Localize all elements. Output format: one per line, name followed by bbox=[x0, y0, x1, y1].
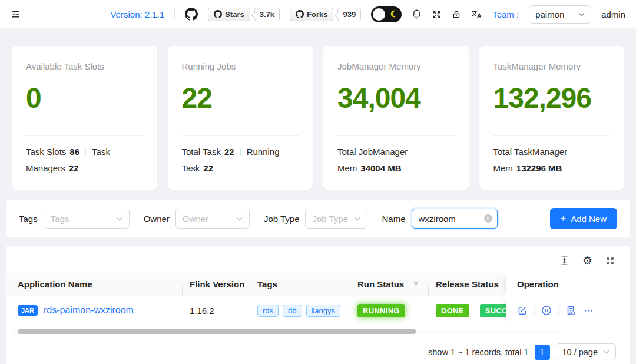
application-link[interactable]: rds-paimon-wxziroom bbox=[44, 305, 134, 316]
horizontal-scrollbar bbox=[12, 329, 559, 334]
edit-icon[interactable] bbox=[517, 305, 528, 316]
run-status-cell: RUNNING bbox=[350, 304, 429, 317]
operation-cell bbox=[506, 296, 630, 325]
github-icon[interactable] bbox=[185, 8, 198, 21]
version-label[interactable]: Version: 2.1.1 bbox=[110, 9, 164, 19]
stat-footer-value: 22 bbox=[224, 147, 234, 157]
tag-pill: db bbox=[283, 305, 302, 317]
table-toolbar bbox=[6, 253, 630, 273]
stat-card-taskmanager-memory: TaskManager Memory 132,296 Total TaskMan… bbox=[479, 46, 625, 190]
stat-title: Available Task Slots bbox=[26, 61, 143, 71]
forks-label: Forks bbox=[307, 10, 327, 19]
plus-icon bbox=[561, 213, 566, 224]
stat-footer-value: 86 bbox=[69, 147, 80, 157]
job-type-filter-label: Job Type bbox=[264, 214, 300, 224]
pause-icon[interactable] bbox=[541, 305, 552, 316]
owner-filter-label: Owner bbox=[144, 214, 170, 224]
stat-footer-label: Total Task bbox=[182, 147, 221, 157]
bell-icon[interactable] bbox=[412, 9, 422, 19]
stat-title: JobManager Memory bbox=[337, 61, 455, 71]
tags-select[interactable]: Tags bbox=[44, 209, 130, 229]
stat-footer-value: 22 bbox=[203, 163, 213, 173]
detail-icon[interactable] bbox=[565, 305, 576, 316]
page-size-select[interactable]: 10 / page bbox=[556, 343, 616, 360]
release-status-badge: DONE bbox=[436, 304, 469, 317]
run-status-badge: RUNNING bbox=[357, 304, 405, 317]
pagination: show 1 ~ 1 records, total 1 1 10 / page bbox=[6, 334, 630, 360]
table-row: JAR rds-paimon-wxziroom 1.16.2 rds db li… bbox=[6, 296, 630, 325]
filter-funnel-icon[interactable] bbox=[412, 280, 420, 288]
owner-select-placeholder: Owner bbox=[183, 214, 208, 224]
lock-icon[interactable] bbox=[452, 9, 461, 19]
tag-pill: liangys bbox=[306, 305, 340, 317]
release-status-cell: DONE SUCCESS bbox=[429, 304, 506, 317]
column-header-run-status: Run Status bbox=[350, 279, 429, 289]
add-new-label: Add New bbox=[571, 214, 607, 224]
filter-bar: Tags Tags Owner Owner Job Type Job Type … bbox=[6, 200, 630, 237]
stat-footer: Task Slots86Task Managers22 bbox=[26, 135, 143, 177]
row-height-icon[interactable] bbox=[559, 256, 569, 266]
divider bbox=[240, 148, 241, 156]
tags-cell: rds db liangys bbox=[250, 305, 350, 317]
application-name-cell: JAR rds-paimon-wxziroom bbox=[6, 305, 183, 316]
stars-button[interactable]: Stars bbox=[208, 8, 250, 21]
stat-card-jobmanager-memory: JobManager Memory 34,004 Total JobManage… bbox=[323, 46, 469, 190]
scrollbar-thumb[interactable] bbox=[18, 329, 416, 334]
github-stars-widget: Stars 3.7k bbox=[208, 8, 280, 21]
settings-gear-icon[interactable] bbox=[582, 256, 592, 266]
stat-card-task-slots: Available Task Slots 0 Task Slots86Task … bbox=[12, 46, 157, 190]
applications-table-panel: Application Name Flink Version Tags Run … bbox=[6, 246, 630, 364]
github-forks-widget: Forks 939 bbox=[290, 8, 361, 21]
add-new-button[interactable]: Add New bbox=[550, 208, 617, 229]
flink-version-cell: 1.16.2 bbox=[183, 306, 250, 316]
stat-footer-label: Task Slots bbox=[26, 147, 66, 157]
stat-footer-value: 34004 MB bbox=[360, 163, 401, 173]
theme-toggle[interactable] bbox=[371, 6, 402, 22]
user-menu[interactable]: admin bbox=[601, 9, 625, 19]
owner-select[interactable]: Owner bbox=[175, 209, 250, 229]
more-icon[interactable] bbox=[584, 306, 594, 316]
team-select[interactable]: paimon bbox=[529, 5, 591, 24]
name-filter-label: Name bbox=[382, 214, 405, 224]
page-size-value: 10 / page bbox=[562, 348, 598, 357]
moon-icon bbox=[390, 9, 398, 19]
fullscreen-icon[interactable] bbox=[432, 9, 442, 19]
divider bbox=[558, 306, 559, 315]
stat-value: 34,004 bbox=[337, 82, 455, 114]
chevron-down-icon bbox=[116, 217, 122, 221]
forks-count[interactable]: 939 bbox=[337, 8, 361, 21]
divider bbox=[85, 148, 86, 156]
stat-footer: Total TaskManager Mem132296 MB bbox=[493, 135, 611, 177]
divider bbox=[534, 306, 535, 315]
stat-footer: Total Task22Running Task22 bbox=[182, 135, 299, 177]
stat-title: TaskManager Memory bbox=[493, 61, 611, 71]
stat-card-running-jobs: Running Jobs 22 Total Task22Running Task… bbox=[168, 46, 313, 190]
divider bbox=[174, 9, 175, 19]
stars-label: Stars bbox=[225, 10, 244, 19]
stars-count[interactable]: 3.7k bbox=[254, 8, 280, 21]
fullscreen-icon[interactable] bbox=[605, 256, 615, 266]
build-status-badge: SUCCESS bbox=[480, 304, 506, 317]
chevron-down-icon bbox=[578, 12, 585, 16]
toggle-knob bbox=[373, 8, 385, 21]
github-icon bbox=[214, 10, 222, 18]
page-1-button[interactable]: 1 bbox=[535, 345, 550, 360]
top-header: Version: 2.1.1 Stars 3.7k Forks 939 bbox=[0, 0, 636, 28]
column-header-release-status: Release Status bbox=[429, 279, 506, 289]
chevron-down-icon bbox=[603, 350, 610, 354]
menu-fold-icon[interactable] bbox=[11, 9, 21, 19]
translate-icon[interactable] bbox=[471, 9, 482, 19]
forks-button[interactable]: Forks bbox=[290, 8, 333, 21]
stat-title: Running Jobs bbox=[182, 61, 299, 71]
name-input-wrapper bbox=[412, 209, 498, 229]
clear-icon[interactable] bbox=[484, 214, 492, 223]
chevron-down-icon bbox=[236, 217, 243, 221]
tag-pill: rds bbox=[257, 305, 279, 317]
job-type-select[interactable]: Job Type bbox=[305, 209, 367, 229]
column-header-label: Run Status bbox=[357, 279, 404, 289]
tags-select-placeholder: Tags bbox=[51, 214, 69, 224]
team-label: Team : bbox=[492, 9, 519, 19]
column-header-tags: Tags bbox=[250, 279, 350, 289]
column-header-flink-version: Flink Version bbox=[183, 279, 250, 289]
tags-filter-label: Tags bbox=[19, 214, 38, 224]
